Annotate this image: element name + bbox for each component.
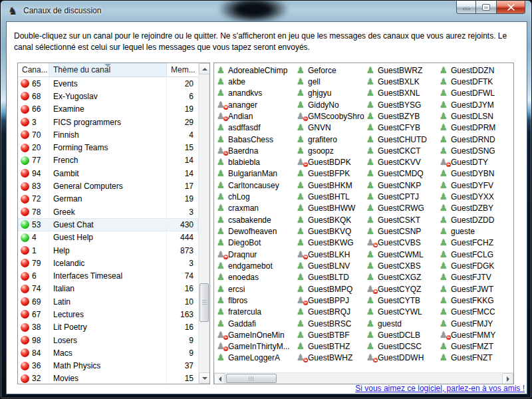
- user-item[interactable]: ♟grafitero: [297, 134, 365, 145]
- user-item[interactable]: ♟GuestDFTK: [440, 76, 514, 87]
- user-item[interactable]: ♟GuestCYQZ: [366, 283, 438, 295]
- user-item[interactable]: ♟GuestBWRZ: [366, 65, 438, 76]
- user-item[interactable]: ♟Andian: [217, 110, 295, 122]
- user-item[interactable]: ♟Gaddafi: [217, 318, 295, 329]
- column-header-theme[interactable]: Thème du canal: [49, 63, 167, 76]
- user-item[interactable]: ♟flbros: [217, 295, 295, 306]
- user-item[interactable]: ♟GuestBYSG: [366, 99, 438, 110]
- user-item[interactable]: ♟GuestCKVV: [366, 157, 438, 168]
- user-item[interactable]: ♟GuestFMCC: [440, 307, 514, 318]
- channel-row[interactable]: 69Latin10: [18, 295, 198, 308]
- user-item[interactable]: ♟csabakende: [217, 214, 295, 225]
- user-item[interactable]: ♟GuestBFPK: [297, 168, 365, 180]
- user-item[interactable]: ♟GuestDYBN: [440, 168, 514, 180]
- close-button[interactable]: [496, 1, 525, 14]
- channel-row[interactable]: 66Examine19: [18, 103, 198, 116]
- scroll-left-button[interactable]: [214, 373, 225, 384]
- user-item[interactable]: ♟GuestBKWG: [297, 237, 365, 249]
- user-item[interactable]: ♟asdffasdf: [217, 122, 295, 134]
- channel-row[interactable]: 36Math Physics37: [18, 360, 198, 372]
- chess-knight-icon[interactable]: ♞: [8, 5, 20, 17]
- user-item[interactable]: ♟GuestCRWG: [366, 203, 438, 214]
- channel-row[interactable]: 1Help873: [18, 244, 198, 257]
- user-item[interactable]: ♟GuestCYWL: [366, 307, 438, 318]
- user-item[interactable]: ♟craxman: [217, 203, 295, 214]
- user-item[interactable]: ♟gueste: [440, 225, 514, 237]
- user-item[interactable]: ♟GiddyNo: [297, 99, 365, 110]
- user-item[interactable]: ♟BulgarianMan: [217, 168, 295, 180]
- channel-row[interactable]: 20Forming Teams15: [18, 141, 198, 154]
- user-item[interactable]: ♟GuestCFYB: [366, 122, 438, 134]
- channel-row[interactable]: 77French14: [18, 154, 198, 167]
- channel-row[interactable]: 38Lit Poetry16: [18, 321, 198, 334]
- user-item[interactable]: ♟GuestCSKT: [366, 214, 438, 225]
- user-item[interactable]: ♟Baerdna: [217, 145, 295, 156]
- scroll-down-button[interactable]: [199, 372, 210, 384]
- user-item[interactable]: ♟GuestBZYB: [366, 110, 438, 122]
- user-item[interactable]: ♟Draqnur: [217, 249, 295, 260]
- user-item[interactable]: ♟GuestBRSC: [297, 318, 365, 329]
- user-item[interactable]: ♟GuestDDZN: [440, 65, 514, 76]
- user-item[interactable]: ♟GuestDJYM: [440, 99, 514, 110]
- channel-row[interactable]: 6Interfaces Timeseal74: [18, 269, 198, 282]
- user-item[interactable]: ♟chLog: [217, 191, 295, 202]
- user-item[interactable]: ♟GuestFKKG: [440, 295, 514, 306]
- channel-row[interactable]: 78Greek3: [18, 205, 198, 218]
- user-item[interactable]: ♟GuestFDGK: [440, 260, 514, 271]
- user-item[interactable]: ♟GuestBLKH: [297, 249, 365, 260]
- title-bar[interactable]: ♞ Canaux de discussion: [1, 1, 531, 22]
- user-item[interactable]: ♟GameInThirtyM...: [217, 341, 295, 352]
- user-item[interactable]: ♟endgamebot: [217, 260, 295, 271]
- channel-row[interactable]: 68Ex-Yugoslav6: [18, 90, 198, 102]
- user-item[interactable]: ♟GuestDPRM: [440, 122, 514, 134]
- channels-vertical-scrollbar[interactable]: [198, 63, 209, 384]
- channel-row[interactable]: 72German19: [18, 193, 198, 205]
- user-item[interactable]: ♟DiegoBot: [217, 237, 295, 249]
- user-item[interactable]: ♟Dewofheaven: [217, 225, 295, 237]
- user-item[interactable]: ♟Geforce: [297, 65, 365, 76]
- user-item[interactable]: ♟GuestDCSC: [366, 341, 438, 352]
- channel-row[interactable]: 65Events20: [18, 77, 198, 90]
- user-item[interactable]: ♟GMScoobyShro...: [297, 110, 365, 122]
- maximize-button[interactable]: [476, 1, 496, 14]
- channel-row[interactable]: 53Guest Chat430: [18, 218, 198, 231]
- user-item[interactable]: ♟akbe: [217, 76, 295, 87]
- user-item[interactable]: ♟GuestBXLK: [366, 76, 438, 87]
- user-item[interactable]: ♟GuestCKCT: [366, 145, 438, 156]
- user-item[interactable]: ♟GuestBXNL: [366, 88, 438, 99]
- user-item[interactable]: ♟AdoreableChimp: [217, 65, 295, 76]
- user-item[interactable]: ♟GuestDLSN: [440, 110, 514, 122]
- channel-row[interactable]: 4Guest Help444: [18, 231, 198, 244]
- user-item[interactable]: ♟GuestDCLB: [366, 329, 438, 340]
- user-item[interactable]: ♟GuestDYXX: [440, 191, 514, 202]
- user-item[interactable]: ♟GuestFMZT: [440, 341, 514, 352]
- user-item[interactable]: ♟GuestFCLG: [440, 249, 514, 260]
- channel-row[interactable]: 98Losers9: [18, 334, 198, 346]
- user-item[interactable]: ♟GuestCVBS: [366, 237, 438, 249]
- user-item[interactable]: ♟GuestFMJY: [440, 318, 514, 329]
- user-item[interactable]: ♟gell: [297, 76, 365, 87]
- user-item[interactable]: ♟GuestCHUTD: [366, 134, 438, 145]
- user-item[interactable]: ♟BabasChess: [217, 134, 295, 145]
- column-header-members[interactable]: Mem...: [167, 63, 198, 76]
- user-item[interactable]: ♟GuestBKVQ: [297, 225, 365, 237]
- user-item[interactable]: ♟GuestBWHZ: [297, 352, 365, 364]
- user-item[interactable]: ♟GuestFJWT: [440, 283, 514, 295]
- user-item[interactable]: ♟GuestDFWL: [440, 88, 514, 99]
- user-item[interactable]: ♟GuestBDPK: [297, 157, 365, 168]
- user-item[interactable]: ♟GuestBPPJ: [297, 295, 365, 306]
- user-item[interactable]: ♟ercsi: [217, 283, 295, 295]
- user-item[interactable]: ♟GuestDSNG: [440, 145, 514, 156]
- user-item[interactable]: ♟GuestCXGZ: [366, 272, 438, 283]
- scroll-thumb[interactable]: [226, 374, 277, 383]
- user-item[interactable]: ♟GuestDRND: [440, 134, 514, 145]
- user-item[interactable]: ♟GNVN: [297, 122, 365, 134]
- user-item[interactable]: ♟GuestBHWW: [297, 203, 365, 214]
- user-item[interactable]: ♟GuestFCHZ: [440, 237, 514, 249]
- user-item[interactable]: ♟GuestCMDQ: [366, 168, 438, 180]
- user-item[interactable]: ♟GuestFJTV: [440, 272, 514, 283]
- user-item[interactable]: ♟GuestDZBY: [440, 203, 514, 214]
- user-item[interactable]: ♟GuestBMPQ: [297, 283, 365, 295]
- channel-row[interactable]: 32Movies15: [18, 372, 198, 384]
- user-item[interactable]: ♟GuestBHKM: [297, 180, 365, 191]
